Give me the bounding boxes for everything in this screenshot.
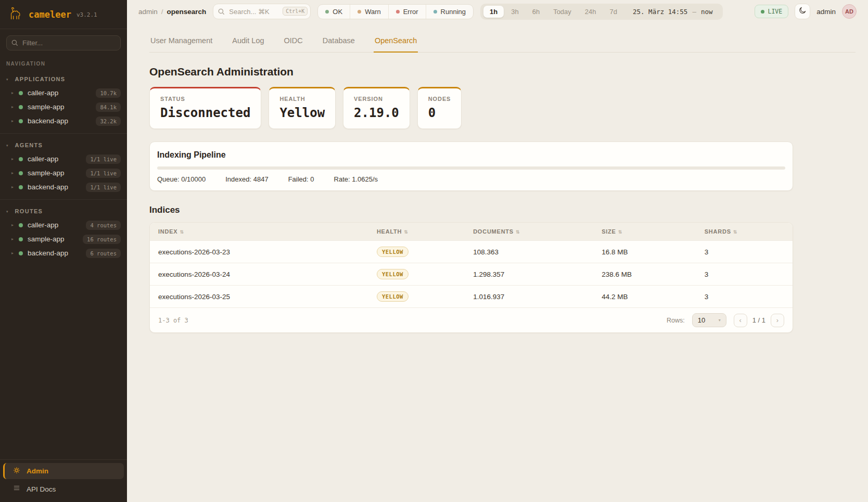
stat-cards-row: STATUS Disconnected HEALTH Yellow VERSIO… [149, 87, 793, 129]
global-search: Ctrl+K [213, 4, 311, 19]
table-header-row: INDEX⇅ HEALTH⇅ DOCUMENTS⇅ SIZE⇅ SHARDS⇅ [150, 223, 793, 241]
time-range-3h[interactable]: 3h [505, 6, 525, 18]
keyboard-shortcut-badge: Ctrl+K [283, 7, 308, 16]
opensearch-page: OpenSearch Administration STATUS Disconn… [127, 53, 793, 333]
sidebar-item-caller-app-routes[interactable]: ▸ caller-app 4 routes [0, 218, 127, 232]
page-indicator: 1 / 1 [752, 316, 765, 324]
filter-error[interactable]: Error [388, 5, 426, 19]
brand-name: cameleer [29, 9, 71, 20]
breadcrumb: admin / opensearch [138, 8, 206, 16]
section-header-agents[interactable]: ▾ AGENTS [0, 139, 127, 152]
theme-toggle-button[interactable] [795, 4, 810, 19]
status-dot [19, 105, 23, 109]
prev-page-button[interactable]: ‹ [734, 314, 747, 327]
count-badge: 84.1k [96, 102, 121, 112]
column-header-size[interactable]: SIZE⇅ [593, 223, 696, 241]
table-row[interactable]: executions-2026-03-23 YELLOW 108.363 16.… [150, 241, 793, 263]
table-footer: 1-3 of 3 Rows: 10 ▾ ‹ 1 / 1 › [150, 307, 793, 332]
avatar[interactable]: AD [842, 4, 857, 19]
index-name-cell: executions-2026-03-25 [150, 286, 368, 308]
moon-icon [798, 6, 807, 17]
column-header-health[interactable]: HEALTH⇅ [368, 223, 465, 241]
tab-database[interactable]: Database [322, 33, 356, 53]
status-dot [19, 251, 23, 255]
chevron-down-icon: ▾ [719, 318, 721, 323]
sidebar-item-backend-app-agent[interactable]: ▸ backend-app 1/1 live [0, 180, 127, 194]
status-card: STATUS Disconnected [149, 87, 261, 129]
health-cell: YELLOW [368, 286, 465, 308]
documents-cell: 108.363 [465, 241, 593, 263]
rate-stat: Rate: 1.0625/s [334, 175, 378, 183]
health-card: HEALTH Yellow [269, 87, 336, 129]
tab-opensearch[interactable]: OpenSearch [374, 33, 418, 53]
chevron-right-icon: ▸ [11, 105, 17, 109]
time-range-start: 25. März 14:55 [633, 8, 687, 16]
section-header-applications[interactable]: ▾ APPLICATIONS [0, 73, 127, 86]
time-range-1h[interactable]: 1h [483, 6, 504, 18]
live-badge[interactable]: LIVE [755, 5, 789, 18]
filter-ok[interactable]: OK [318, 5, 350, 19]
pagination: ‹ 1 / 1 › [734, 314, 784, 327]
status-dot [19, 91, 23, 95]
sidebar-item-sample-app-routes[interactable]: ▸ sample-app 16 routes [0, 232, 127, 246]
time-range-display[interactable]: 25. März 14:55 — now [624, 8, 720, 16]
tab-audit-log[interactable]: Audit Log [231, 33, 265, 53]
health-badge: YELLOW [377, 291, 409, 302]
next-page-button[interactable]: › [771, 314, 784, 327]
breadcrumb-separator: / [161, 8, 163, 16]
chevron-right-icon: ▸ [11, 119, 17, 123]
sidebar-item-backend-app-routes[interactable]: ▸ backend-app 6 routes [0, 246, 127, 260]
section-applications: ▾ APPLICATIONS ▸ caller-app 10.7k ▸ samp… [0, 68, 127, 128]
sidebar-item-caller-app[interactable]: ▸ caller-app 10.7k [0, 86, 127, 100]
chevron-right-icon: ▸ [11, 237, 17, 241]
search-icon [218, 8, 225, 17]
filter-running[interactable]: Running [426, 5, 473, 19]
indexing-pipeline-card: Indexing Pipeline Queue: 0/10000 Indexed… [149, 141, 793, 191]
rows-per-page-select[interactable]: 10 ▾ [692, 313, 726, 327]
indices-title: Indices [149, 205, 793, 215]
tab-oidc[interactable]: OIDC [283, 33, 304, 53]
time-range-6h[interactable]: 6h [526, 6, 546, 18]
section-header-routes[interactable]: ▾ ROUTES [0, 205, 127, 218]
filter-warn[interactable]: Warn [350, 5, 388, 19]
status-dot [19, 223, 23, 227]
table-row[interactable]: executions-2026-03-25 YELLOW 1.016.937 4… [150, 286, 793, 308]
sidebar-item-api-docs[interactable]: API Docs [3, 481, 124, 497]
column-header-documents[interactable]: DOCUMENTS⇅ [465, 223, 593, 241]
sort-icon: ⇅ [733, 229, 737, 235]
filter-input[interactable] [6, 35, 121, 50]
documents-cell: 1.298.357 [465, 263, 593, 286]
size-cell: 16.8 MB [593, 241, 696, 263]
brand-header: cameleer v3.2.1 [0, 0, 127, 29]
sidebar-item-sample-app[interactable]: ▸ sample-app 84.1k [0, 100, 127, 114]
column-header-shards[interactable]: SHARDS⇅ [696, 223, 793, 241]
sidebar: cameleer v3.2.1 NAVIGATION ▾ APPLICATION… [0, 0, 127, 502]
chevron-down-icon: ▾ [6, 144, 8, 147]
health-badge: YELLOW [377, 247, 409, 257]
breadcrumb-admin[interactable]: admin [138, 8, 158, 16]
count-badge: 10.7k [96, 88, 121, 98]
time-range-today[interactable]: Today [547, 6, 578, 18]
sidebar-item-backend-app[interactable]: ▸ backend-app 32.2k [0, 114, 127, 128]
section-agents: ▾ AGENTS ▸ caller-app 1/1 live ▸ sample-… [0, 133, 127, 194]
tab-user-management[interactable]: User Management [149, 33, 213, 53]
sidebar-item-admin[interactable]: Admin [3, 463, 124, 479]
page-title: OpenSearch Administration [149, 66, 793, 78]
sort-icon: ⇅ [404, 229, 408, 235]
pipeline-title: Indexing Pipeline [157, 150, 785, 160]
time-range-7d[interactable]: 7d [604, 6, 623, 18]
queue-stat: Queue: 0/10000 [157, 175, 206, 183]
gear-icon [13, 467, 20, 476]
sidebar-item-caller-app-agent[interactable]: ▸ caller-app 1/1 live [0, 152, 127, 166]
camel-logo-icon [8, 7, 23, 22]
time-range-24h[interactable]: 24h [579, 6, 603, 18]
table-row[interactable]: executions-2026-03-24 YELLOW 1.298.357 2… [150, 263, 793, 286]
status-filter-group: OK Warn Error Running [317, 4, 474, 19]
status-dot [19, 185, 23, 189]
index-name-cell: executions-2026-03-24 [150, 263, 368, 286]
sidebar-item-sample-app-agent[interactable]: ▸ sample-app 1/1 live [0, 166, 127, 180]
column-header-index[interactable]: INDEX⇅ [150, 223, 368, 241]
breadcrumb-current: opensearch [167, 8, 207, 16]
documents-cell: 1.016.937 [465, 286, 593, 308]
list-icon [13, 484, 20, 494]
